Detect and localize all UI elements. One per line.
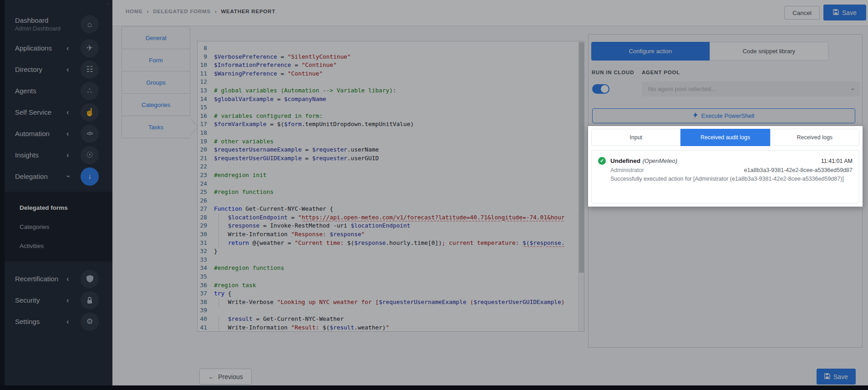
log-entry-message: Successfully executed action for [Admini… [610,175,853,183]
tab-received-audit-logs[interactable]: Received audit logs [680,129,770,146]
log-entry-title: Undefined (OpenMeteo) [610,157,677,165]
log-entry-user: Administrator [610,167,644,173]
execution-logs-popup: InputReceived audit logsReceived logs ✓ … [588,126,863,207]
screen: DashboardAdmin Dashboard⌂Applications‹✈D… [0,0,868,390]
tab-received-logs[interactable]: Received logs [770,129,859,146]
log-entry-time: 11:41:01 AM [821,158,853,164]
audit-log-entry[interactable]: ✓ Undefined (OpenMeteo) 11:41:01 AM Admi… [591,150,859,203]
logs-tabs: InputReceived audit logsReceived logs [591,129,859,146]
success-check-icon: ✓ [598,157,606,165]
log-entry-guid: e1a8b3a3-9381-42e2-8cee-a5336ed59d87 [744,167,853,173]
tab-input[interactable]: Input [591,129,680,146]
